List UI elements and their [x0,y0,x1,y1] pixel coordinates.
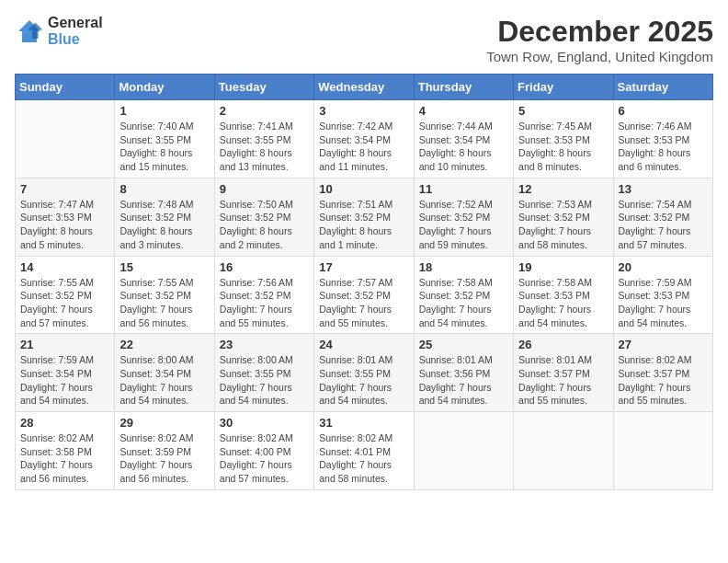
table-row [414,412,513,490]
day-info: Sunrise: 7:40 AM Sunset: 3:55 PM Dayligh… [119,120,209,174]
day-number: 12 [518,182,608,196]
logo-text: General Blue [48,15,103,48]
table-row: 20Sunrise: 7:59 AM Sunset: 3:53 PM Dayli… [613,256,712,334]
day-number: 20 [619,260,708,274]
col-wednesday: Wednesday [314,75,414,100]
table-row: 28Sunrise: 8:02 AM Sunset: 3:58 PM Dayli… [16,412,115,490]
table-row: 18Sunrise: 7:58 AM Sunset: 3:52 PM Dayli… [414,256,513,334]
table-row: 16Sunrise: 7:56 AM Sunset: 3:52 PM Dayli… [214,256,313,334]
day-info: Sunrise: 7:57 AM Sunset: 3:52 PM Dayligh… [319,276,408,330]
col-saturday: Saturday [613,75,712,100]
day-number: 25 [419,338,508,351]
week-row-3: 14Sunrise: 7:55 AM Sunset: 3:52 PM Dayli… [16,256,713,334]
month-title: December 2025 [486,15,713,49]
day-number: 11 [419,182,508,196]
logo: General Blue [15,15,103,48]
table-row: 9Sunrise: 7:50 AM Sunset: 3:52 PM Daylig… [214,178,313,256]
week-row-4: 21Sunrise: 7:59 AM Sunset: 3:54 PM Dayli… [16,334,713,412]
day-info: Sunrise: 8:02 AM Sunset: 3:58 PM Dayligh… [20,431,109,486]
day-info: Sunrise: 7:48 AM Sunset: 3:52 PM Dayligh… [119,198,209,252]
table-row: 27Sunrise: 8:02 AM Sunset: 3:57 PM Dayli… [613,334,712,412]
col-friday: Friday [514,75,613,100]
day-number: 10 [319,182,408,196]
table-row: 11Sunrise: 7:52 AM Sunset: 3:52 PM Dayli… [414,178,513,256]
day-number: 5 [518,104,608,118]
day-info: Sunrise: 7:55 AM Sunset: 3:52 PM Dayligh… [119,276,209,330]
day-number: 18 [419,260,508,274]
day-info: Sunrise: 7:41 AM Sunset: 3:55 PM Dayligh… [220,120,309,174]
day-info: Sunrise: 8:01 AM Sunset: 3:56 PM Dayligh… [419,353,508,408]
day-info: Sunrise: 7:42 AM Sunset: 3:54 PM Dayligh… [319,120,408,174]
table-row: 22Sunrise: 8:00 AM Sunset: 3:54 PM Dayli… [115,334,214,412]
location: Town Row, England, United Kingdom [486,49,713,64]
table-row: 29Sunrise: 8:02 AM Sunset: 3:59 PM Dayli… [115,412,214,490]
week-row-2: 7Sunrise: 7:47 AM Sunset: 3:53 PM Daylig… [16,178,713,256]
day-number: 22 [119,338,209,351]
day-number: 15 [119,260,209,274]
day-info: Sunrise: 7:53 AM Sunset: 3:52 PM Dayligh… [518,198,608,252]
day-info: Sunrise: 8:02 AM Sunset: 3:59 PM Dayligh… [119,431,209,486]
day-info: Sunrise: 8:00 AM Sunset: 3:55 PM Dayligh… [220,353,309,408]
day-number: 1 [119,104,209,118]
day-info: Sunrise: 7:58 AM Sunset: 3:53 PM Dayligh… [518,276,608,330]
table-row: 4Sunrise: 7:44 AM Sunset: 3:54 PM Daylig… [414,100,513,178]
day-number: 21 [20,338,109,351]
day-number: 31 [319,416,408,430]
day-info: Sunrise: 7:58 AM Sunset: 3:52 PM Dayligh… [419,276,508,330]
logo-icon [15,17,44,46]
day-info: Sunrise: 7:45 AM Sunset: 3:53 PM Dayligh… [518,120,608,174]
day-number: 24 [319,338,408,351]
table-row: 7Sunrise: 7:47 AM Sunset: 3:53 PM Daylig… [16,178,115,256]
calendar-table: Sunday Monday Tuesday Wednesday Thursday… [15,74,713,490]
table-row [613,412,712,490]
day-number: 30 [220,416,309,430]
table-row: 10Sunrise: 7:51 AM Sunset: 3:52 PM Dayli… [314,178,414,256]
day-info: Sunrise: 7:59 AM Sunset: 3:53 PM Dayligh… [619,276,708,330]
day-number: 29 [119,416,209,430]
day-info: Sunrise: 8:02 AM Sunset: 3:57 PM Dayligh… [619,353,708,408]
day-info: Sunrise: 8:02 AM Sunset: 4:01 PM Dayligh… [319,431,408,486]
day-info: Sunrise: 7:59 AM Sunset: 3:54 PM Dayligh… [20,353,109,408]
page-header: General Blue December 2025 Town Row, Eng… [15,15,713,64]
col-tuesday: Tuesday [214,75,313,100]
day-info: Sunrise: 8:02 AM Sunset: 4:00 PM Dayligh… [220,431,309,486]
table-row: 1Sunrise: 7:40 AM Sunset: 3:55 PM Daylig… [115,100,214,178]
day-number: 14 [20,260,109,274]
table-row: 6Sunrise: 7:46 AM Sunset: 3:53 PM Daylig… [613,100,712,178]
title-block: December 2025 Town Row, England, United … [486,15,713,64]
table-row: 25Sunrise: 8:01 AM Sunset: 3:56 PM Dayli… [414,334,513,412]
table-row: 30Sunrise: 8:02 AM Sunset: 4:00 PM Dayli… [214,412,313,490]
table-row: 12Sunrise: 7:53 AM Sunset: 3:52 PM Dayli… [514,178,613,256]
day-info: Sunrise: 7:54 AM Sunset: 3:52 PM Dayligh… [619,198,708,252]
table-row: 26Sunrise: 8:01 AM Sunset: 3:57 PM Dayli… [514,334,613,412]
table-row: 8Sunrise: 7:48 AM Sunset: 3:52 PM Daylig… [115,178,214,256]
day-number: 27 [619,338,708,351]
day-number: 9 [220,182,309,196]
day-info: Sunrise: 7:47 AM Sunset: 3:53 PM Dayligh… [20,198,109,252]
day-number: 8 [119,182,209,196]
day-info: Sunrise: 7:46 AM Sunset: 3:53 PM Dayligh… [619,120,708,174]
table-row: 23Sunrise: 8:00 AM Sunset: 3:55 PM Dayli… [214,334,313,412]
day-number: 7 [20,182,109,196]
table-row [16,100,115,178]
table-row: 14Sunrise: 7:55 AM Sunset: 3:52 PM Dayli… [16,256,115,334]
table-row: 15Sunrise: 7:55 AM Sunset: 3:52 PM Dayli… [115,256,214,334]
table-row [514,412,613,490]
table-row: 19Sunrise: 7:58 AM Sunset: 3:53 PM Dayli… [514,256,613,334]
day-number: 26 [518,338,608,351]
col-sunday: Sunday [16,75,115,100]
calendar-header-row: Sunday Monday Tuesday Wednesday Thursday… [16,75,713,100]
day-info: Sunrise: 7:56 AM Sunset: 3:52 PM Dayligh… [220,276,309,330]
day-number: 6 [619,104,708,118]
day-number: 23 [220,338,309,351]
table-row: 13Sunrise: 7:54 AM Sunset: 3:52 PM Dayli… [613,178,712,256]
day-number: 28 [20,416,109,430]
col-monday: Monday [115,75,214,100]
col-thursday: Thursday [414,75,513,100]
week-row-5: 28Sunrise: 8:02 AM Sunset: 3:58 PM Dayli… [16,412,713,490]
table-row: 3Sunrise: 7:42 AM Sunset: 3:54 PM Daylig… [314,100,414,178]
day-info: Sunrise: 8:01 AM Sunset: 3:55 PM Dayligh… [319,353,408,408]
day-number: 3 [319,104,408,118]
day-number: 2 [220,104,309,118]
table-row: 5Sunrise: 7:45 AM Sunset: 3:53 PM Daylig… [514,100,613,178]
